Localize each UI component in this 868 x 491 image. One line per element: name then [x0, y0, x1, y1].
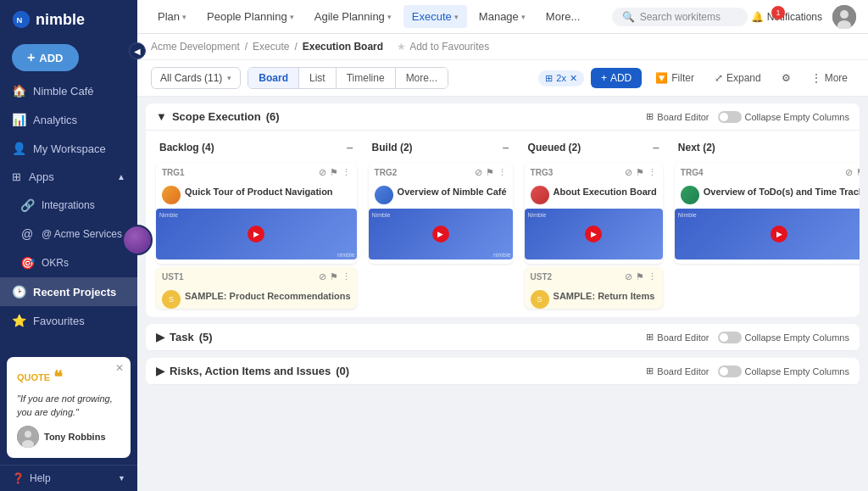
board-editor-icon: ⊞ [646, 111, 654, 122]
help-bar[interactable]: ❓ Help ▼ [0, 465, 137, 491]
nav-agile-planning[interactable]: Agile Planning ▾ [306, 5, 400, 28]
column-header-queued: Queued (2) – [521, 136, 666, 159]
add-workitem-button[interactable]: + ADD [591, 68, 642, 88]
nav-more[interactable]: More... [537, 5, 588, 28]
block-icon[interactable]: ⊘ [475, 167, 482, 178]
filter-button[interactable]: 🔽 Filter [648, 68, 701, 88]
toggle-control[interactable] [718, 332, 742, 343]
block-icon[interactable]: ⊘ [319, 167, 326, 178]
add-button[interactable]: ADD [12, 44, 79, 71]
breadcrumb-part-1[interactable]: Acme Development [151, 41, 240, 53]
block-icon[interactable]: ⊘ [319, 271, 326, 282]
flag-icon[interactable]: ⚑ [486, 167, 494, 178]
section-actions: ⊞ Board Editor Collapse Empty Columns [646, 365, 849, 377]
sidebar-item-apps[interactable]: ⊞ Apps ▲ [0, 163, 137, 191]
board-editor-button[interactable]: ⊞ Board Editor [646, 111, 709, 122]
nav-manage[interactable]: Manage ▾ [470, 5, 534, 28]
nav-execute[interactable]: Execute ▾ [403, 5, 467, 28]
add-to-favourites-button[interactable]: ★ Add to Favourites [397, 41, 489, 53]
quote-author: Tony Robbins [17, 426, 120, 448]
breadcrumb-part-2[interactable]: Execute [253, 41, 289, 53]
view-tabs: Board List Timeline More... [248, 67, 448, 89]
help-label: Help [30, 472, 51, 484]
block-icon[interactable]: ⊘ [845, 167, 853, 178]
sidebar-item-my-workspace[interactable]: 👤 My Workspace [0, 134, 137, 163]
board-editor-button[interactable]: ⊞ Board Editor [646, 365, 709, 377]
nav-plan[interactable]: Plan ▾ [149, 5, 195, 28]
section-title-task[interactable]: ▶ Task (5) [156, 331, 213, 343]
more-icon[interactable]: ⋮ [342, 271, 351, 282]
breadcrumb-part-3[interactable]: Execution Board [303, 41, 383, 53]
minimize-column-button[interactable]: – [653, 141, 659, 154]
play-button[interactable]: ▶ [585, 226, 602, 243]
play-button[interactable]: ▶ [771, 226, 787, 243]
more-icon[interactable]: ⋮ [648, 167, 657, 178]
sidebar-item-acme-services[interactable]: @ @ Acme Services [8, 220, 137, 248]
tab-board[interactable]: Board [248, 68, 299, 88]
density-badge[interactable]: ⊞ 2x ✕ [538, 70, 584, 86]
board-area: ▼ Scope Execution (6) ⊞ Board Editor Col… [137, 97, 868, 491]
sidebar-item-analytics[interactable]: 📊 Analytics [0, 105, 137, 134]
play-button[interactable]: ▶ [248, 226, 264, 243]
collapse-empty-toggle[interactable]: Collapse Empty Columns [718, 365, 850, 377]
card-id: TRG4 [681, 168, 704, 177]
notifications-button[interactable]: 1 🔔 Notifications [751, 11, 822, 23]
sidebar-item-nimble-cafe[interactable]: 🏠 Nimble Café [0, 76, 137, 105]
settings-button[interactable]: ⚙ [775, 68, 798, 88]
chevron-down-icon: ▾ [454, 13, 459, 21]
flag-icon[interactable]: ⚑ [856, 167, 860, 178]
section-title-risks[interactable]: ▶ Risks, Action Items and Issues (0) [156, 365, 349, 377]
cards-filter-button[interactable]: All Cards (11) ▾ [151, 67, 241, 89]
sidebar-item-integrations[interactable]: 🔗 Integrations [8, 191, 137, 220]
nav-people-planning[interactable]: People Planning ▾ [198, 5, 303, 28]
sidebar-item-favourites[interactable]: ⭐ Favourites [0, 306, 137, 335]
section-count: (0) [336, 365, 349, 377]
card-top: Quick Tour of Product Navigation [156, 182, 357, 204]
card-id: TRG2 [375, 168, 398, 177]
play-button[interactable]: ▶ [432, 226, 449, 243]
expand-button[interactable]: ⤢ Expand [708, 68, 768, 88]
card-top: S SAMPLE: Return Items [525, 287, 663, 309]
card-header: UST2 ⊘ ⚑ ⋮ [525, 267, 663, 287]
bell-icon: 🔔 [751, 11, 764, 23]
flag-icon[interactable]: ⚑ [636, 167, 644, 178]
collapse-empty-toggle[interactable]: Collapse Empty Columns [718, 332, 850, 343]
minimize-column-button[interactable]: – [503, 141, 509, 154]
card-avatar [531, 186, 549, 204]
minimize-column-button[interactable]: – [347, 141, 353, 154]
card-top: About Execution Board [525, 182, 663, 204]
quote-label: QUOTE ❝ [17, 367, 120, 388]
more-icon[interactable]: ⋮ [498, 167, 507, 178]
sidebar-nav: 🏠 Nimble Café 📊 Analytics 👤 My Workspace… [0, 76, 137, 350]
sidebar-logo: N nimble [0, 0, 137, 39]
more-options-button[interactable]: ⋮ More [804, 68, 854, 88]
sidebar-item-label: Apps [29, 170, 54, 183]
sidebar-item-okrs[interactable]: 🎯 OKRs [8, 248, 137, 277]
more-icon[interactable]: ⋮ [342, 167, 351, 178]
search-icon: 🔍 [622, 11, 635, 23]
density-value: 2x [556, 73, 566, 83]
close-density-icon: ✕ [570, 73, 577, 84]
tab-more[interactable]: More... [396, 68, 448, 88]
board-editor-button[interactable]: ⊞ Board Editor [646, 332, 709, 343]
flag-icon[interactable]: ⚑ [330, 271, 338, 282]
card-header: TRG1 ⊘ ⚑ ⋮ [156, 163, 357, 182]
expand-icon: ⤢ [715, 72, 723, 84]
toggle-control[interactable] [718, 111, 742, 123]
block-icon[interactable]: ⊘ [625, 271, 632, 282]
search-bar[interactable]: 🔍 Search workitems [612, 8, 748, 26]
more-icon[interactable]: ⋮ [648, 271, 657, 282]
sidebar-item-recent-projects[interactable]: 🕑 Recent Projects [0, 277, 137, 306]
section-title-scope-execution[interactable]: ▼ Scope Execution (6) [156, 110, 280, 123]
collapse-empty-toggle[interactable]: Collapse Empty Columns [718, 111, 850, 123]
flag-icon[interactable]: ⚑ [636, 271, 644, 282]
flag-icon[interactable]: ⚑ [330, 167, 338, 178]
user-avatar[interactable] [832, 5, 856, 29]
integrations-icon: 🔗 [20, 198, 34, 212]
tab-timeline[interactable]: Timeline [337, 68, 396, 88]
toggle-control[interactable] [718, 365, 742, 377]
quote-close-button[interactable]: ✕ [115, 362, 124, 374]
block-icon[interactable]: ⊘ [625, 167, 632, 178]
tab-list[interactable]: List [299, 68, 337, 88]
sidebar-collapse-button[interactable]: ◀ [129, 42, 146, 59]
